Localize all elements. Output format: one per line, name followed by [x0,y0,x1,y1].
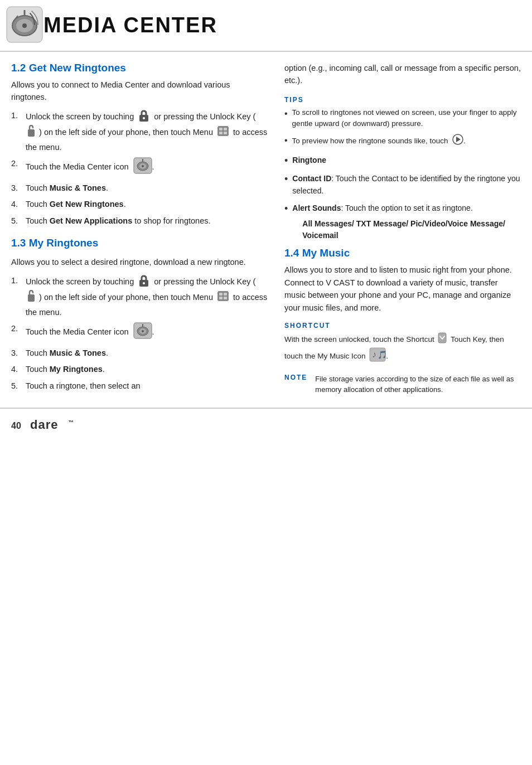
note-block: NOTE File storage varies according to th… [284,374,521,395]
page-footer: 40 dare ™ [0,408,532,443]
svg-rect-21 [28,294,35,302]
step-content: Touch the Media Center icon . [26,157,268,177]
svg-rect-12 [219,132,223,134]
step-1-2-5: 5. Touch Get New Applications to shop fo… [11,215,268,227]
section-1-2-heading: 1.2 Get New Ringtones [11,62,268,74]
ringtone-label: Ringtone [292,156,326,164]
contact-id-label: Contact ID [292,174,331,183]
step-bold: Get New Ringtones [50,200,124,209]
svg-rect-8 [28,129,35,137]
tip-item-1: To scroll to ringtones not viewed on scr… [284,107,521,130]
section-1-3-steps: 1. Unlock the screen by touching or pres… [11,274,268,392]
step-num: 1. [11,274,26,287]
bullet-alert-sounds: Alert Sounds: Touch the option to set it… [284,202,521,241]
step-1-3-3: 3. Touch Music & Tones. [11,347,268,359]
bullet-contact-id: Contact ID: Touch the Contact to be iden… [284,173,521,197]
svg-rect-10 [219,128,223,130]
step-content: Unlock the screen by touching or pressin… [26,274,268,318]
unlock-key-icon [27,125,36,137]
page-number: 40 [11,421,21,431]
step-content: Touch Get New Applications to shop for r… [26,215,268,227]
section-1-2-body: Allows you to connect to Media Center an… [11,79,268,104]
step-content: Touch My Ringtones. [26,363,268,375]
step-1-3-2: 2. Touch the Media Center icon . [11,322,268,342]
svg-point-31 [142,330,144,332]
unlock-key-icon-2 [27,290,36,302]
step-1-3-1: 1. Unlock the screen by touching or pres… [11,274,268,318]
alert-sounds-label: Alert Sounds [292,204,341,212]
left-column: 1.2 Get New Ringtones Allows you to conn… [11,62,268,402]
svg-rect-26 [224,297,227,299]
step-num: 2. [11,157,26,170]
step-bold: Music & Tones [50,348,106,357]
step-content: Touch Get New Ringtones. [26,198,268,210]
step-num: 3. [11,347,26,359]
section-1-4-body: Allows you to store and to listen to mus… [284,264,521,314]
lock-icon [138,109,150,122]
step-content: Touch Music & Tones. [26,347,268,359]
tips-list: To scroll to ringtones not viewed on scr… [284,107,521,149]
brand-name: dare ™ [30,417,75,435]
step-num: 3. [11,182,26,194]
media-center-icon [133,157,152,174]
step-1-2-4: 4. Touch Get New Ringtones. [11,198,268,210]
svg-marker-33 [456,137,461,142]
svg-rect-24 [224,293,227,296]
step-num: 5. [11,215,26,227]
step-content: Touch the Media Center icon . [26,322,268,342]
bullet-content-3: Alert Sounds: Touch the option to set it… [292,202,521,241]
page-header: MEDIA CENTER [0,0,532,52]
step-1-3-4: 4. Touch My Ringtones. [11,363,268,375]
shortcut-label: SHORTCUT [284,322,521,330]
page-title: MEDIA CENTER [43,13,217,37]
svg-text:♪: ♪ [372,350,376,359]
step-num: 2. [11,322,26,335]
step-content: Unlock the screen by touching or pressin… [26,109,268,153]
media-center-icon-2 [133,322,152,339]
section-1-3-body: Allows you to select a desired ringtone,… [11,256,268,268]
svg-rect-23 [219,293,223,296]
bullet-content: Ringtone [292,154,326,167]
shortcut-key-icon [437,332,447,344]
menu-icon-2 [217,290,229,302]
svg-point-20 [143,282,145,284]
header-logo [6,6,43,45]
step-1-2-1: 1. Unlock the screen by touching or pres… [11,109,268,153]
shortcut-text: With the screen unlocked, touch the Shor… [284,332,521,366]
bullet-list: Ringtone Contact ID: Touch the Contact t… [284,154,521,241]
svg-point-7 [143,117,145,119]
step-1-2-2: 2. Touch the Media Center icon . [11,157,268,177]
svg-text:dare: dare [30,418,58,432]
right-column: option (e.g., incoming call, call or mes… [284,62,521,402]
svg-rect-22 [217,291,229,301]
tip-text-2: To preview how the ringtone sounds like,… [292,134,466,148]
step-1-2-3: 3. Touch Music & Tones. [11,182,268,194]
section-1-3-heading: 1.3 My Ringtones [11,237,268,249]
tip-item-2: To preview how the ringtone sounds like,… [284,134,521,148]
svg-point-5 [22,23,27,28]
play-icon [452,134,463,145]
step-bold: Music & Tones [50,183,106,192]
dare-logo: dare ™ [30,417,75,432]
tip-text: To scroll to ringtones not viewed on scr… [292,107,521,130]
step-num: 5. [11,380,26,392]
tips-label: TIPS [284,96,521,104]
alert-sounds-sub: All Messages/ TXT Message/ Pic/Video/Voi… [302,218,521,241]
svg-text:™: ™ [68,419,74,425]
step-bold: Get New Applications [50,216,133,225]
my-music-icon: ♪ 🎵 [369,347,386,362]
svg-text:🎵: 🎵 [378,350,386,360]
step-num: 4. [11,363,26,375]
step-num: 1. [11,109,26,122]
menu-icon [217,125,229,137]
bullet-ringtone: Ringtone [284,154,521,167]
section-1-4-heading: 1.4 My Music [284,247,521,259]
step-content: Touch a ringtone, then select an [26,380,268,392]
note-label: NOTE [284,374,307,381]
step-num: 4. [11,198,26,210]
svg-rect-34 [438,333,446,343]
svg-point-18 [142,165,144,167]
section-1-2-steps: 1. Unlock the screen by touching or pres… [11,109,268,227]
svg-rect-25 [219,297,223,299]
svg-rect-13 [224,132,227,134]
